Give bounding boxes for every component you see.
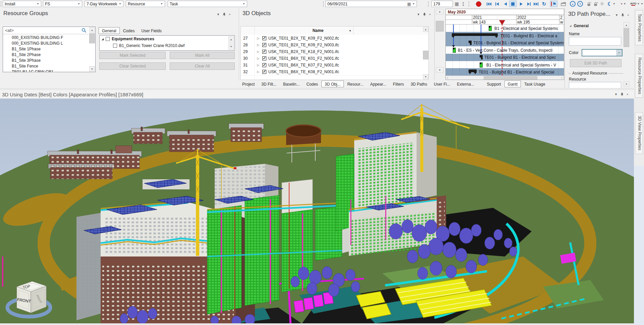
scrollbar-thumb[interactable] (624, 28, 629, 47)
resource-filter-field[interactable]: <all> (3, 27, 89, 34)
tab-appearance[interactable]: Appear... (367, 81, 389, 88)
tab-user-fields[interactable]: User Fi... (431, 81, 454, 88)
checkbox-checked-icon[interactable]: ✓ (262, 50, 266, 54)
panel-menu-icon[interactable]: ▼ (417, 13, 420, 16)
toolbar-grip[interactable] (469, 1, 470, 7)
pin-icon[interactable] (423, 13, 426, 16)
viewport-3d-scene[interactable]: TOP FRONT RIGHT (0, 99, 634, 323)
summary-bar[interactable] (452, 33, 498, 36)
table-row[interactable]: 28▷✓USK_TE01_B2X_TE_K09_F2_N003.ifc (241, 42, 429, 49)
tab-3d-filters[interactable]: 3D Filt... (258, 81, 280, 88)
toolbar-grip[interactable] (428, 1, 429, 7)
table-row[interactable]: 32▷✓USK_TE01_B6X_TE_K08_F2_N001.ifc (241, 68, 429, 76)
table-row[interactable]: 27▷✓USK_TE01_B2X_TE_K09_F2_N002.ifc (241, 35, 429, 42)
scroll-up-button[interactable]: ▲ (423, 27, 428, 32)
table-header[interactable]: Name ▲ (241, 27, 429, 35)
chevron-down-icon[interactable]: ▼ (624, 2, 626, 5)
pin-icon[interactable] (621, 13, 624, 17)
focus-up-icon[interactable]: ▲ (569, 1, 576, 7)
lock-add-icon[interactable] (586, 1, 592, 7)
pin-icon[interactable] (621, 93, 624, 96)
table-row[interactable]: 29▷✓USK_TE01_B2X_TE_K18_F2_N001.ifc (241, 48, 429, 55)
checkbox-checked-icon[interactable]: ✓ (262, 56, 266, 60)
skip-to-end-button[interactable] (533, 1, 539, 7)
tab-resource-properties[interactable]: Resource Properties (635, 54, 643, 98)
panel-menu-icon[interactable]: ▼ (615, 13, 618, 17)
list-item[interactable]: B1_Site 1Phase (3, 46, 96, 52)
expand-icon[interactable]: ▷ (254, 63, 262, 67)
mark-all-button[interactable]: Mark All (170, 52, 235, 59)
scroll-left-icon[interactable]: ‹ (447, 76, 448, 80)
toolbar-grip[interactable] (323, 1, 324, 7)
tab-codes[interactable]: Codes (120, 27, 138, 35)
scroll-down-button[interactable]: ▼ (624, 81, 629, 87)
checkbox-checked-icon[interactable]: ✓ (262, 70, 266, 74)
expand-icon[interactable]: ▷ (254, 57, 262, 60)
gantt-scroll-up-button[interactable]: ▲ (436, 9, 444, 14)
step-back-button[interactable] (494, 1, 500, 7)
lock-remove-icon[interactable] (592, 1, 599, 7)
tab-gantt[interactable]: Gantt (504, 81, 521, 87)
color-picker[interactable]: ▼ (582, 49, 623, 56)
sort-ascending-icon[interactable]: ▲ (349, 29, 352, 32)
auto-mode-icon[interactable]: AUTO ▼ (629, 1, 641, 7)
scrollbar-thumb[interactable] (484, 76, 537, 80)
tree-row[interactable]: B1_Generic Tower Crane R2010.dwf (113, 43, 184, 48)
expand-icon[interactable]: ▷ (254, 43, 262, 47)
tab-resources[interactable]: Resour... (344, 81, 367, 88)
section-expander-icon[interactable]: ◢ (570, 25, 571, 27)
list-item[interactable]: TE01 B1 1C CRW CR1 (3, 69, 96, 72)
path-name-input[interactable] (569, 37, 621, 46)
general-section-header[interactable]: ◢ General (570, 24, 589, 28)
workweek-dropdown[interactable]: 7-Day Workweek-20▼ (85, 1, 123, 7)
time-gauge-icon[interactable]: ◔▼ (618, 1, 628, 7)
checkbox-unchecked-icon[interactable] (113, 44, 117, 48)
gantt-scrollbar-thumb[interactable] (436, 21, 444, 32)
scroll-up-button[interactable]: ▲ (89, 27, 95, 33)
clear-selected-button[interactable]: Clear Selected (99, 62, 166, 70)
chevron-down-icon[interactable]: ▼ (637, 2, 640, 5)
list-item[interactable]: B1_Site Fence (3, 63, 96, 69)
date-field[interactable]: 06/09/2021 ▦ ▼ (325, 1, 417, 7)
fs-dropdown[interactable]: FS▼ (43, 1, 82, 7)
pin-icon[interactable] (223, 13, 226, 16)
loop-playback-icon[interactable]: ↻ (540, 1, 548, 7)
list-item[interactable]: B1_Site 2Phase (3, 52, 96, 58)
stop-button[interactable] (509, 1, 517, 7)
play-button[interactable] (518, 1, 525, 7)
panel-menu-icon[interactable]: ▼ (217, 13, 220, 16)
list-item[interactable]: 000_EXISTING BUILDING L (3, 41, 96, 46)
close-icon[interactable]: × (627, 13, 629, 17)
list-item[interactable]: B1_Site 3Phase (3, 58, 96, 63)
clear-all-button[interactable]: Clear All (170, 62, 235, 70)
expand-icon[interactable]: ▷ (254, 37, 262, 40)
scroll-down-button[interactable]: ▼ (89, 66, 95, 72)
mark-selected-button[interactable]: Mark Selected (99, 52, 166, 59)
list-item[interactable]: 000_EXISTING BUILDING F (3, 35, 96, 41)
expand-icon[interactable]: ▷ (254, 70, 262, 74)
calculator-icon[interactable]: ▦ (453, 1, 460, 7)
skip-to-start-button[interactable] (486, 1, 492, 7)
tab-task-properties[interactable]: Task Properties (635, 10, 643, 45)
flag-marker-icon[interactable]: ⚑ (550, 1, 557, 7)
night-mode-icon[interactable]: ☾▼ (606, 1, 616, 7)
scroll-down-button[interactable]: ▼ (423, 74, 428, 79)
tab-filters[interactable]: Filters (390, 81, 408, 88)
record-button[interactable] (476, 1, 481, 7)
close-icon[interactable]: × (229, 13, 230, 16)
tab-user-fields[interactable]: User Fields (138, 27, 165, 35)
current-date-marker-icon[interactable] (499, 20, 505, 25)
edit-3d-path-button[interactable]: Edit 3D Path (570, 59, 622, 67)
tree-row[interactable]: ◢ Equipment Resources (102, 37, 154, 41)
scroll-up-button[interactable]: ▲ (624, 22, 629, 28)
task-dropdown[interactable]: Task▼ (168, 1, 247, 7)
tab-3d-objects[interactable]: 3D Obj... (321, 81, 344, 87)
scrollbar-thumb[interactable] (423, 51, 428, 59)
gantt-scroll-down-button[interactable]: ▼ (436, 67, 444, 73)
checkbox-checked-icon[interactable]: ✓ (262, 43, 266, 47)
tab-project[interactable]: Project (239, 81, 258, 88)
resource-dropdown[interactable]: Resource▼ (126, 1, 165, 7)
task-bar-green[interactable] (480, 62, 483, 67)
frame-number-field[interactable]: 179 (431, 1, 453, 7)
play-backward-button[interactable] (502, 1, 508, 7)
